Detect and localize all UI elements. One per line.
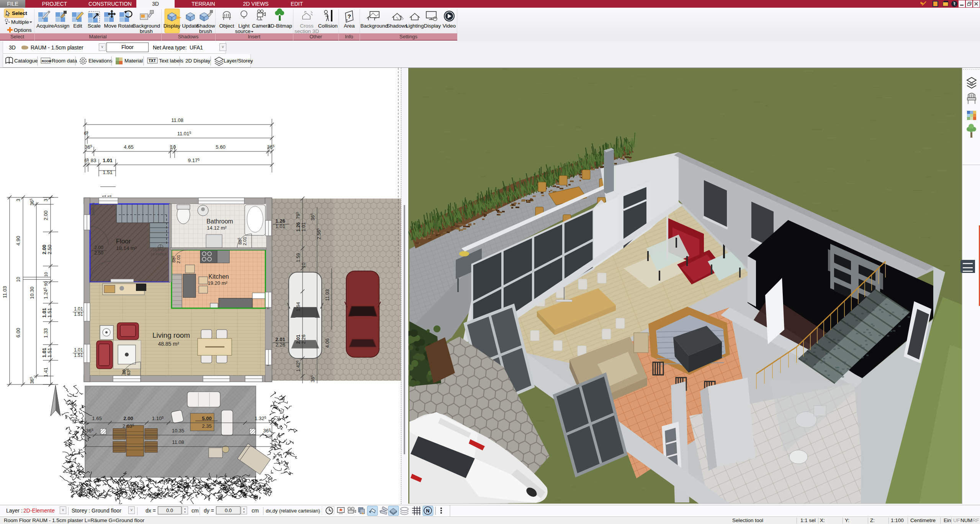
svg-text:Cross: Cross bbox=[300, 23, 314, 29]
svg-text:2.35: 2.35 bbox=[202, 423, 211, 429]
svg-text:19.20 m²: 19.20 m² bbox=[208, 280, 227, 286]
svg-text:BRH 76: BRH 76 bbox=[91, 202, 95, 215]
svg-text:10: 10 bbox=[170, 144, 176, 150]
svg-text:Edit: Edit bbox=[73, 23, 82, 29]
svg-text:Room data: Room data bbox=[52, 58, 77, 64]
svg-text:2.50: 2.50 bbox=[47, 245, 52, 254]
svg-text:Area: Area bbox=[344, 23, 355, 29]
svg-text:11.03: 11.03 bbox=[2, 286, 8, 298]
svg-text:Floor: Floor bbox=[116, 238, 131, 245]
svg-text:Bathroom: Bathroom bbox=[206, 218, 233, 225]
svg-text:14.12 m²: 14.12 m² bbox=[207, 225, 227, 231]
svg-text:1.51: 1.51 bbox=[74, 353, 83, 358]
svg-text:90: 90 bbox=[44, 281, 48, 286]
svg-text:1.51: 1.51 bbox=[47, 348, 52, 357]
svg-text:Living room: Living room bbox=[152, 331, 190, 339]
svg-text:11.08: 11.08 bbox=[171, 117, 183, 123]
svg-text:Elevations: Elevations bbox=[88, 58, 113, 64]
svg-text:Display: Display bbox=[164, 23, 181, 29]
svg-text:1.33: 1.33 bbox=[43, 328, 49, 338]
svg-text:2.50: 2.50 bbox=[94, 250, 103, 256]
svg-text:Move: Move bbox=[104, 23, 116, 29]
svg-text:11.08: 11.08 bbox=[172, 439, 184, 445]
svg-text:83: 83 bbox=[91, 158, 96, 163]
svg-text:Background: Background bbox=[133, 23, 160, 29]
svg-text:4.90: 4.90 bbox=[15, 236, 21, 245]
svg-text:2.00: 2.00 bbox=[94, 245, 103, 250]
svg-text:Background: Background bbox=[360, 23, 388, 29]
svg-text:11.015: 11.015 bbox=[177, 131, 191, 136]
svg-text:3D-Bitmap: 3D-Bitmap bbox=[268, 23, 292, 29]
svg-text:1.65: 1.65 bbox=[92, 416, 101, 421]
svg-text:1.01: 1.01 bbox=[74, 306, 83, 312]
svg-text:1.01: 1.01 bbox=[41, 308, 47, 317]
svg-text:18.4+25.5: 18.4+25.5 bbox=[151, 252, 167, 256]
svg-text:2D Display: 2D Display bbox=[185, 58, 211, 64]
svg-text:N: N bbox=[426, 508, 429, 514]
svg-text:3: 3 bbox=[43, 199, 49, 201]
svg-text:6.00: 6.00 bbox=[15, 328, 21, 337]
svg-text:1.26: 1.26 bbox=[275, 218, 285, 224]
svg-text:Select: Select bbox=[12, 10, 27, 16]
svg-text:Shadow: Shadow bbox=[196, 23, 215, 29]
svg-text:48.85 m²: 48.85 m² bbox=[158, 341, 179, 347]
svg-text:5.00: 5.00 bbox=[202, 416, 211, 421]
svg-text:2.01: 2.01 bbox=[242, 237, 247, 245]
svg-text:Object: Object bbox=[219, 23, 234, 29]
svg-text:1.01: 1.01 bbox=[41, 348, 47, 357]
svg-text:Material: Material bbox=[124, 58, 143, 64]
svg-text:2.00: 2.00 bbox=[123, 416, 133, 421]
svg-text:1.01: 1.01 bbox=[301, 222, 306, 232]
svg-text:Display: Display bbox=[424, 23, 441, 29]
svg-text:1.51: 1.51 bbox=[74, 312, 83, 317]
svg-text:Options: Options bbox=[14, 27, 32, 33]
svg-text:1.01: 1.01 bbox=[74, 347, 83, 353]
svg-text:Catalogue: Catalogue bbox=[14, 58, 38, 64]
svg-text:?: ? bbox=[347, 13, 351, 20]
svg-text:Light: Light bbox=[238, 23, 250, 29]
svg-text:18.14 m²: 18.14 m² bbox=[116, 245, 137, 251]
svg-text:Acquire: Acquire bbox=[36, 23, 54, 29]
svg-text:1.26: 1.26 bbox=[296, 222, 301, 232]
svg-text:Layer/Storey: Layer/Storey bbox=[224, 58, 253, 64]
svg-text:2.26: 2.26 bbox=[301, 335, 306, 344]
svg-text:TXT: TXT bbox=[149, 59, 156, 63]
svg-text:1.51: 1.51 bbox=[47, 308, 52, 317]
svg-text:10: 10 bbox=[16, 277, 21, 282]
svg-text:2.00: 2.00 bbox=[43, 210, 49, 220]
svg-text:2.00: 2.00 bbox=[41, 245, 47, 254]
svg-text:1.94: 1.94 bbox=[296, 302, 301, 311]
svg-text:Multiple: Multiple bbox=[11, 19, 29, 25]
svg-text:2.01: 2.01 bbox=[275, 337, 285, 342]
svg-text:4.06: 4.06 bbox=[325, 338, 330, 348]
svg-text:Video: Video bbox=[443, 23, 456, 29]
svg-text:10: 10 bbox=[44, 272, 48, 277]
svg-text:11.03: 11.03 bbox=[325, 289, 330, 301]
svg-text:1.41: 1.41 bbox=[43, 367, 49, 377]
svg-text:Assign: Assign bbox=[54, 23, 70, 29]
svg-text:4.65: 4.65 bbox=[124, 144, 133, 150]
svg-text:Scale: Scale bbox=[88, 23, 101, 29]
svg-text:10.30: 10.30 bbox=[29, 287, 35, 299]
svg-text:2.01: 2.01 bbox=[296, 335, 301, 344]
svg-text:1.51: 1.51 bbox=[103, 169, 112, 175]
svg-text:2.01: 2.01 bbox=[176, 255, 181, 263]
svg-text:Lighting: Lighting bbox=[406, 23, 424, 29]
svg-text:1.01: 1.01 bbox=[103, 158, 112, 163]
svg-text:5.60: 5.60 bbox=[216, 144, 225, 150]
svg-text:10.35: 10.35 bbox=[172, 428, 185, 434]
svg-text:1.59: 1.59 bbox=[296, 253, 301, 262]
svg-text:Shadows: Shadows bbox=[386, 23, 408, 29]
svg-text:10: 10 bbox=[301, 263, 306, 268]
svg-text:3: 3 bbox=[16, 199, 21, 201]
svg-text:Rotate: Rotate bbox=[118, 23, 133, 29]
svg-text:Kitchen: Kitchen bbox=[208, 273, 229, 280]
svg-text:ROOM: ROOM bbox=[42, 59, 51, 63]
svg-text:Collision: Collision bbox=[318, 23, 337, 29]
